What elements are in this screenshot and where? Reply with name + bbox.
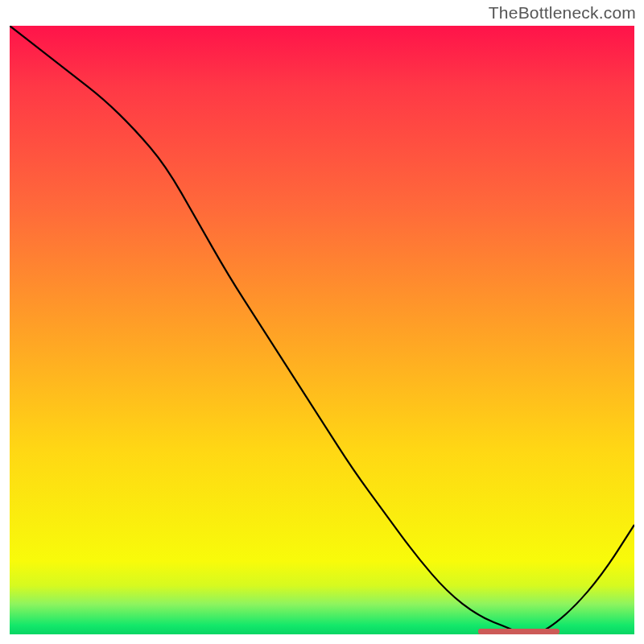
bottleneck-curve — [10, 26, 634, 634]
optimal-range-marker — [478, 629, 559, 634]
watermark-text: TheBottleneck.com — [489, 3, 636, 23]
curve-path — [10, 26, 634, 634]
chart-wrapper: TheBottleneck.com — [0, 0, 644, 644]
